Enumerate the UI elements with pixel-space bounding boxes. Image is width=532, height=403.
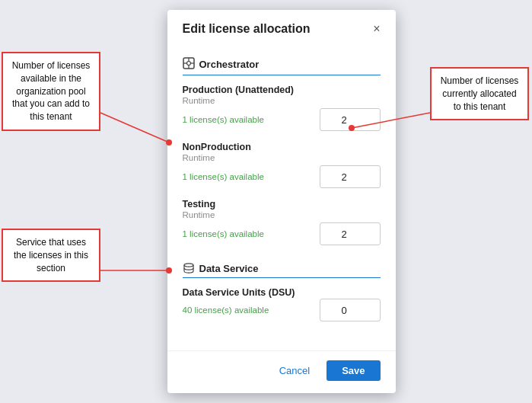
svg-point-12 [184,264,193,267]
production-unattended-input[interactable] [320,108,381,131]
nonproduction-input[interactable] [320,165,381,188]
annotation-left-top: Number of licenses available in the orga… [2,52,100,131]
modal-header: Edit license allocation × [167,10,396,45]
data-service-icon [183,262,195,274]
testing-row: 1 license(s) available [183,222,381,245]
save-button[interactable]: Save [327,360,380,381]
edit-license-modal: Edit license allocation × Orchestrator P… [167,10,396,393]
data-service-section-header: Data Service [183,256,381,278]
close-button[interactable]: × [373,23,380,35]
nonproduction-group: NonProduction Runtime 1 license(s) avail… [183,142,381,188]
production-unattended-available: 1 license(s) available [183,115,312,124]
nonproduction-type: NonProduction [183,142,381,152]
modal-body: Orchestrator Production (Unattended) Run… [167,45,396,344]
production-unattended-type: Production (Unattended) [183,85,381,95]
production-unattended-subtype: Runtime [183,96,381,105]
testing-type: Testing [183,199,381,209]
dsu-input[interactable] [320,299,381,321]
modal-footer: Cancel Save [167,350,396,393]
nonproduction-row: 1 license(s) available [183,165,381,188]
dsu-available: 40 license(s) available [183,305,312,315]
modal-title: Edit license allocation [183,22,311,36]
dsu-row: 40 license(s) available [183,299,381,321]
svg-line-0 [100,113,169,142]
testing-input[interactable] [320,222,381,245]
testing-available: 1 license(s) available [183,229,312,238]
data-service-section-name: Data Service [199,263,259,274]
annotation-right-top: Number of licenses currently allocated t… [430,67,529,120]
orchestrator-icon [183,57,195,72]
orchestrator-section-header: Orchestrator [183,51,381,75]
cancel-button[interactable]: Cancel [270,360,319,381]
nonproduction-available: 1 license(s) available [183,172,312,181]
annotation-left-bottom: Service that uses the licenses in this s… [2,229,100,282]
testing-group: Testing Runtime 1 license(s) available [183,199,381,245]
production-unattended-group: Production (Unattended) Runtime 1 licens… [183,85,381,131]
testing-subtype: Runtime [183,210,381,219]
production-unattended-row: 1 license(s) available [183,108,381,131]
nonproduction-subtype: Runtime [183,153,381,162]
orchestrator-section-name: Orchestrator [199,59,260,70]
svg-point-7 [186,62,190,66]
dsu-type: Data Service Units (DSU) [183,287,381,298]
dsu-group: Data Service Units (DSU) 40 license(s) a… [183,287,381,321]
